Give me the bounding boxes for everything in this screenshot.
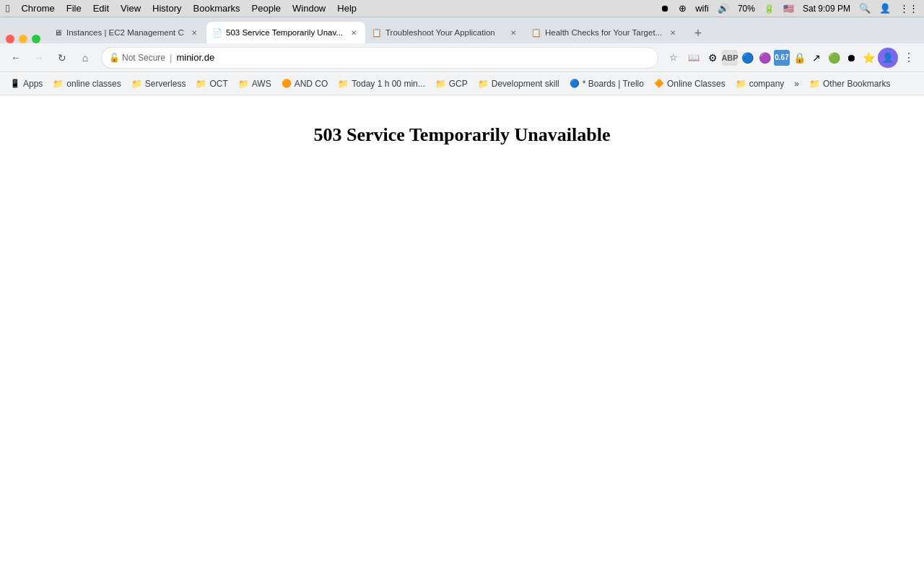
bookmark-other[interactable]: 📁 Other Bookmarks [805,77,894,91]
andco-favicon: 🟠 [282,79,292,88]
chrome-menu-button[interactable]: ⋮ [899,48,918,67]
control-center-icon[interactable]: ⋮⋮ [899,3,918,14]
forward-button[interactable]: → [29,48,49,68]
extension-icon-adblock[interactable]: ABP [722,50,738,66]
help-menu[interactable]: Help [337,3,357,14]
people-menu[interactable]: People [252,3,281,14]
tab-close-health[interactable]: ✕ [667,27,679,38]
address-bar[interactable]: 🔓 Not Secure | minior.de [101,47,658,69]
view-menu[interactable]: View [121,3,141,14]
reading-list-button[interactable]: 📖 [684,48,703,67]
tab-close-troubleshoot[interactable]: ✕ [507,27,519,38]
tab-close-instances[interactable]: ✕ [188,27,200,38]
trello-favicon: 🔵 [570,79,580,88]
bookmark-online-classes[interactable]: 📁 online classes [48,77,125,91]
menu-bar:  Chrome File Edit View History Bookmark… [0,0,924,17]
battery-percent: 70% [738,4,755,14]
back-button[interactable]: ← [6,48,26,68]
bookmark-devskill[interactable]: 📁 Development skill [474,77,564,91]
online-classes2-favicon: 🔶 [654,79,664,88]
minimize-window-button[interactable] [19,35,27,43]
today-folder-icon: 📁 [338,79,349,89]
bookmark-company-label: company [749,79,785,89]
bookmark-andco[interactable]: 🟠 AND CO [277,77,333,91]
gcp-folder-icon: 📁 [435,79,446,89]
bookmark-online-classes2-label: Online Classes [667,79,725,89]
bookmark-other-label: Other Bookmarks [823,79,890,89]
page-content: 503 Service Temporarily Unavailable [0,95,924,578]
bookmark-aws[interactable]: 📁 AWS [234,77,276,91]
security-indicator: 🔓 Not Secure [109,53,165,63]
edit-menu[interactable]: Edit [93,3,109,14]
tab-title-503: 503 Service Temporarily Unav... [226,28,344,37]
extension-icon-counter[interactable]: 0.67 [774,50,790,66]
bookmark-apps[interactable]: 📱 Apps [6,77,47,91]
profile-button[interactable]: 👤 [878,48,898,68]
tab-favicon-health: 📋 [531,27,541,38]
bookmark-devskill-label: Development skill [492,79,559,89]
tab-title-troubleshoot: Troubleshoot Your Application [385,28,504,37]
bookmark-serverless-label: Serverless [145,79,186,89]
address-separator: | [170,52,172,63]
clock: Sat 9:09 PM [803,4,850,14]
address-domain: minior.de [176,52,214,63]
bookmark-serverless[interactable]: 📁 Serverless [127,77,191,91]
not-secure-label: Not Secure [122,53,165,63]
oct-folder-icon: 📁 [196,79,206,89]
extension-icon-record[interactable]: ⏺ [843,50,859,66]
bookmarks-bar: 📱 Apps 📁 online classes 📁 Serverless 📁 O… [0,72,924,95]
extension-icon-star[interactable]: ⭐ [860,50,876,66]
bookmark-online-classes2[interactable]: 🔶 Online Classes [650,77,730,91]
tab-503[interactable]: 📄 503 Service Temporarily Unav... ✕ [206,22,365,43]
tab-instances[interactable]: 🖥 Instances | EC2 Management C ✕ [47,22,206,43]
aws-folder-icon: 📁 [238,79,249,89]
file-menu[interactable]: File [66,3,82,14]
bookmark-gcp[interactable]: 📁 GCP [431,77,472,91]
extension-icon-1[interactable]: ⚙ [705,50,720,66]
search-icon[interactable]: 🔍 [859,3,871,14]
traffic-lights [6,35,40,43]
new-tab-button[interactable]: + [688,23,708,43]
tab-health[interactable]: 📋 Health Checks for Your Target... ✕ [526,22,684,43]
bookmark-company[interactable]: 📁 company [731,77,789,91]
other-bookmarks-folder-icon: 📁 [809,79,820,89]
flag-icon: 🇺🇸 [783,4,794,14]
bookmark-aws-label: AWS [252,79,271,89]
tab-favicon-instances: 🖥 [53,27,63,38]
extension-icon-chrome[interactable]: 🟢 [826,50,842,66]
online-classes-folder-icon: 📁 [53,79,64,89]
reload-button[interactable]: ↻ [52,48,72,68]
navigation-bar: ← → ↻ ⌂ 🔓 Not Secure | minior.de ☆ 📖 ⚙ A… [0,43,924,72]
extension-icon-lock[interactable]: 🔒 [791,50,807,66]
bookmark-andco-label: AND CO [295,79,328,89]
home-button[interactable]: ⌂ [75,48,95,68]
extension-icon-3[interactable]: 🟣 [757,50,772,66]
nav-right-icons: ☆ 📖 ⚙ ABP 🔵 🟣 0.67 🔒 ↗ 🟢 ⏺ ⭐ 👤 ⋮ [664,48,918,68]
close-window-button[interactable] [6,35,14,43]
tab-favicon-troubleshoot: 📋 [372,27,382,38]
bookmark-online-classes-label: online classes [66,79,121,89]
apple-menu[interactable]:  [6,2,9,14]
extension-icon-2[interactable]: 🔵 [739,50,755,66]
chrome-menu[interactable]: Chrome [21,3,54,14]
tab-favicon-503: 📄 [212,27,222,38]
wifi-icon: wifi [695,3,709,14]
bookmark-gcp-label: GCP [449,79,468,89]
bookmark-today[interactable]: 📁 Today 1 h 00 min... [334,77,429,91]
bookmarks-menu[interactable]: Bookmarks [193,3,240,14]
bookmark-trello-label: * Boards | Trello [583,79,644,89]
bookmark-oct[interactable]: 📁 OCT [191,77,232,91]
extension-icon-arrow[interactable]: ↗ [808,50,824,66]
bookmark-more[interactable]: » [790,77,803,91]
window-menu[interactable]: Window [292,3,326,14]
serverless-folder-icon: 📁 [131,79,142,89]
more-chevron: » [794,79,799,89]
bookmark-oct-label: OCT [209,79,227,89]
bookmark-star-button[interactable]: ☆ [664,48,683,67]
tab-close-503[interactable]: ✕ [348,27,359,38]
tab-troubleshoot[interactable]: 📋 Troubleshoot Your Application ✕ [366,22,525,43]
bookmark-trello[interactable]: 🔵 * Boards | Trello [565,77,648,91]
history-menu[interactable]: History [152,3,181,14]
user-icon[interactable]: 👤 [879,3,891,14]
fullscreen-window-button[interactable] [32,35,40,43]
